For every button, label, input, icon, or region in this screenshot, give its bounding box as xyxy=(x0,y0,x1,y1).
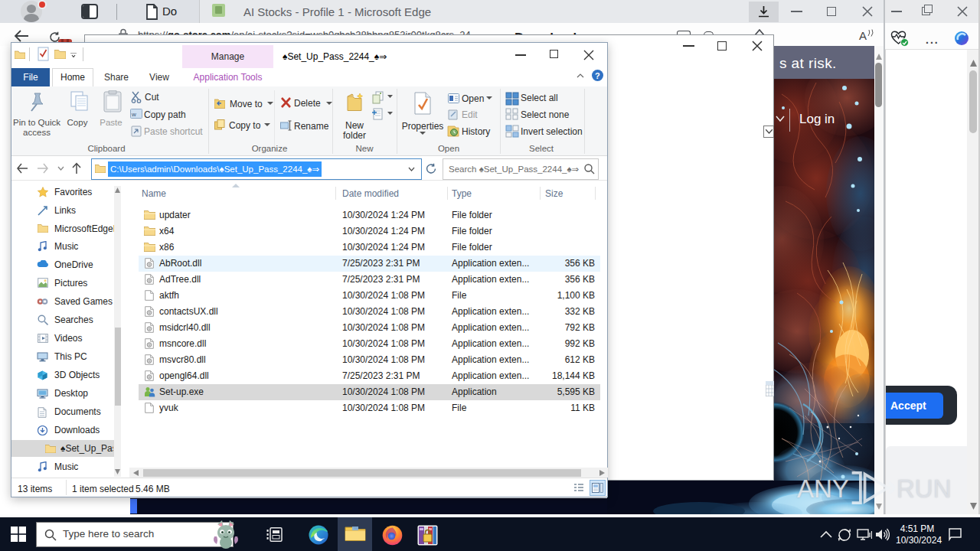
svg-text:w: w xyxy=(131,111,136,118)
